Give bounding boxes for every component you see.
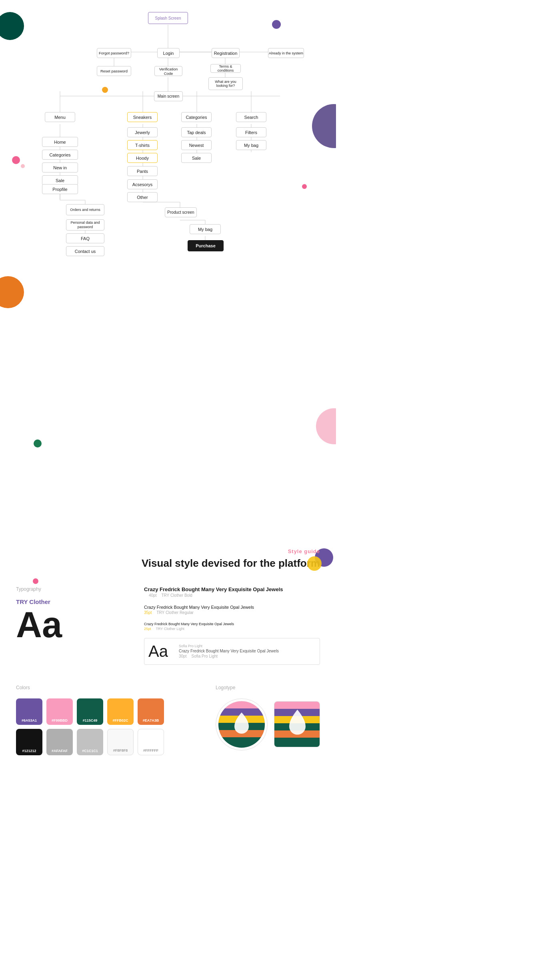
logo-svg-box [274,702,320,747]
typography-right: Crazy Fredrick Bought Many Very Exquisit… [144,586,320,665]
swatch-white: #FFFFFF [138,729,164,755]
style-guide-title: Visual style devised for the platform [16,557,320,570]
deco-orange-large [0,276,24,308]
typo-row-light: Crazy Fredrick Bought Many Very Exquisit… [144,622,320,631]
sofia-meta: 30ptSofia Pro Light [179,654,279,658]
other-box: Other [127,192,158,202]
svg-rect-42 [218,737,266,748]
sofia-row: Aa Sofia Pro Light Crazy Fredrick Bought… [144,638,320,665]
font-aa-display: Aa [16,607,128,643]
style-guide-section: Style guide Visual style devised for the… [0,532,336,783]
swatch-pink: #F99BBD [46,698,73,725]
style-guide-label: Style guide [16,548,320,554]
swatch-label-yellow: #FFB02C [112,718,128,722]
colors-logotype-section: Colors #6A53A1 #F99BBD #115C49 #FFB02C #… [16,685,320,759]
svg-rect-43 [218,700,266,708]
swatch-black: #121212 [16,729,42,755]
main-screen-box: Main screen [154,91,183,101]
logotype-label: Logotype [216,685,320,690]
faq-box: FAQ [66,233,104,243]
swatch-label-pink: #F99BBD [52,718,68,722]
acsesorys-box: Acsesorys [127,179,158,189]
typo-meta-1: 40ptTRY Clother Bold [144,593,320,598]
typography-label: Typography [16,586,128,592]
personal-data-box: Personal data and password [66,219,104,231]
my-bag-filters-box: My bag [236,140,266,150]
search-box: Search [236,112,266,122]
sofia-aa: Aa [148,642,172,660]
swatch-label-offwhite: #F8F8F8 [113,748,128,752]
categories-box: Categories [181,112,212,122]
swatch-gray2: #C1C1C1 [77,729,103,755]
deco-pink-sg [316,408,336,444]
typo-sentence-1: Crazy Fredrick Bought Many Very Exquisit… [144,586,320,592]
colors-left: Colors #6A53A1 #F99BBD #115C49 #FFB02C #… [16,685,192,759]
typo-row-bold: Crazy Fredrick Bought Many Very Exquisit… [144,586,320,598]
my-bag-box: My bag [190,224,221,234]
deco-green-small [34,439,42,447]
logo-circle [216,698,268,750]
logo-svg-circle [218,700,266,748]
font-name: TRY Clother [16,598,128,605]
svg-rect-49 [274,738,320,747]
colors-label: Colors [16,685,192,690]
flowchart-section: Splash Screen Login Forgot password? Reg… [0,0,336,268]
login-box: Login [157,48,180,58]
newest-box: Newest [181,140,212,150]
swatch-yellow: #FFB02C [107,698,134,725]
sofia-info: Sofia Pro Light Crazy Fredrick Bought Ma… [179,644,279,658]
what-looking-box: What are you looking for? [208,77,243,90]
color-row-2: #121212 #AFAFAF #C1C1C1 #F8F8F8 #FFFFFF [16,729,192,755]
typo-meta-3: 25ptTRY Clother Light [144,627,320,631]
hoody-box: Hoody [127,153,158,163]
swatch-purple: #6A53A1 [16,698,42,725]
typo-meta-2: 35ptTRY Clother Regular [144,610,320,615]
terms-box: Terms & conditions [210,64,241,73]
sofia-label: Sofia Pro Light [179,644,279,648]
typo-row-regular: Crazy Fredrick Bought Many Very Exquisit… [144,605,320,615]
swatch-label-black: #121212 [22,749,36,753]
sofia-sentence: Crazy Fredrick Bought Many Very Exquisit… [179,649,279,653]
profile-box: Propfile [42,184,78,194]
forgot-password-box: Forgot password? [97,48,131,58]
product-screen-box: Product screen [165,207,197,217]
home-box: Home [42,137,78,147]
sneakers-box: Sneakers [127,112,158,122]
swatch-gray1: #AFAFAF [46,729,73,755]
tap-deals-box: Tap deals [181,127,212,137]
swatch-label-gray1: #AFAFAF [52,749,68,753]
typography-section: Typography TRY Clother Aa Crazy Fredrick… [16,586,320,665]
svg-rect-44 [274,702,320,709]
swatch-label-purple: #6A53A1 [22,718,37,722]
typography-left: Typography TRY Clother Aa [16,586,128,643]
swatch-label-green: #115C49 [83,718,98,722]
swatch-label-white: #FFFFFF [143,748,158,752]
typo-sentence-3: Crazy Fredrick Bought Many Very Exquisit… [144,622,320,626]
verification-box: Verification Code [154,66,182,76]
menu-box: Menu [45,112,75,122]
logotype-display [216,698,320,750]
new-in-box: New in [42,163,78,173]
typo-sentence-2: Crazy Fredrick Bought Many Very Exquisit… [144,605,320,610]
jewerly-box: Jewerly [127,127,158,137]
swatch-orange: #EA7A3B [138,698,164,725]
contact-box: Contact us [66,246,104,256]
swatch-green: #115C49 [77,698,103,725]
already-box: Already in the system [268,48,304,58]
tshirts-box: T-shirts [127,140,158,150]
pants-box: Pants [127,166,158,176]
swatch-offwhite: #F8F8F8 [107,729,134,755]
logotype-section: Logotype [216,685,320,750]
color-row-1: #6A53A1 #F99BBD #115C49 #FFB02C #EA7A3B [16,698,192,725]
logo-box [274,701,320,747]
registration-box: Registration [212,48,240,58]
orders-box: Orders and returns [66,204,104,215]
purchase-box: Purchase [188,240,224,251]
sale-box: Sale [181,153,212,163]
reset-password-box: Reset password [97,66,131,76]
filters-box: Filters [236,127,266,137]
swatch-label-gray2: #C1C1C1 [82,749,98,753]
swatch-label-orange: #EA7A3B [143,718,159,722]
splash-screen-box: Splash Screen [148,12,188,24]
categories-menu-box: Categories [42,150,78,160]
